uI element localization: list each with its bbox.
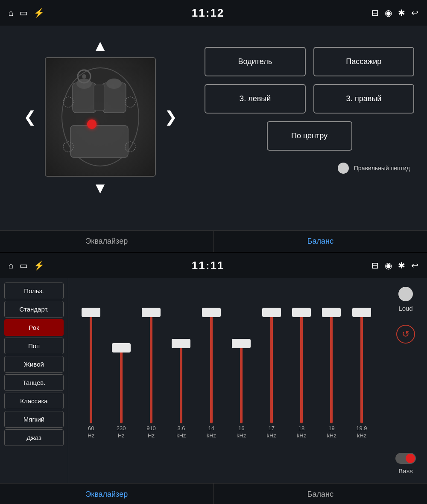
preset-item-3[interactable]: Поп bbox=[4, 338, 64, 354]
peptide-label: Правильный пептид bbox=[354, 165, 410, 172]
loud-toggle[interactable] bbox=[398, 287, 413, 301]
slider-track-4 bbox=[210, 312, 213, 423]
slider-handle-4[interactable] bbox=[202, 308, 221, 317]
slider-handle-2[interactable] bbox=[142, 308, 161, 317]
preset-item-1[interactable]: Стандарт. bbox=[4, 301, 64, 318]
back-icon[interactable]: ↩ bbox=[411, 8, 418, 18]
loud-section: Loud bbox=[398, 287, 413, 312]
preset-item-6[interactable]: Классика bbox=[4, 393, 64, 409]
tab-equalizer-bottom[interactable]: Эквалайзер bbox=[0, 484, 214, 504]
passenger-button[interactable]: Пассажир bbox=[313, 47, 414, 76]
slider-handle-1[interactable] bbox=[112, 343, 131, 353]
bass-label: Bass bbox=[398, 467, 412, 475]
bottom-status-right: ⊟ ◉ ✱ ↩ bbox=[371, 260, 418, 271]
right-arrow[interactable]: ❯ bbox=[160, 104, 181, 130]
preset-item-8[interactable]: Джаз bbox=[4, 429, 64, 446]
slider-handle-8[interactable] bbox=[322, 308, 341, 317]
eq-content: Польз.Стандарт.РокПопЖивойТанцев.Классик… bbox=[0, 278, 427, 483]
bass-toggle[interactable] bbox=[395, 453, 416, 464]
slider-col-8[interactable] bbox=[317, 287, 345, 423]
slider-col-9[interactable] bbox=[348, 287, 376, 423]
screen-icon-2[interactable]: ▭ bbox=[20, 260, 28, 271]
location-icon[interactable]: ◉ bbox=[385, 8, 392, 18]
down-arrow[interactable]: ▼ bbox=[84, 177, 117, 200]
bluetooth-icon-2[interactable]: ✱ bbox=[398, 260, 405, 271]
freq-label-0: 60Hz bbox=[77, 425, 105, 440]
up-arrow[interactable]: ▲ bbox=[84, 34, 117, 57]
sound-position-dot[interactable] bbox=[87, 119, 97, 129]
tab-equalizer-top[interactable]: Эквалайзер bbox=[0, 231, 214, 252]
cast-icon-2[interactable]: ⊟ bbox=[371, 260, 379, 271]
freq-label-9: 19.9kHz bbox=[348, 425, 376, 440]
sliders-container bbox=[73, 287, 380, 423]
slider-track-8 bbox=[330, 312, 333, 423]
slider-col-6[interactable] bbox=[257, 287, 285, 423]
location-icon-2[interactable]: ◉ bbox=[385, 260, 392, 271]
bass-toggle-row bbox=[395, 453, 416, 464]
back-icon-2[interactable]: ↩ bbox=[411, 260, 418, 271]
btn-row-2: З. левый З. правый bbox=[205, 84, 414, 114]
top-status-bar: ⌂ ▭ ⚡ 11:12 ⊟ ◉ ✱ ↩ bbox=[0, 0, 427, 26]
slider-handle-6[interactable] bbox=[262, 308, 281, 317]
slider-col-1[interactable] bbox=[107, 287, 135, 423]
usb-icon-2[interactable]: ⚡ bbox=[34, 260, 44, 271]
tab-balance-bottom[interactable]: Баланс bbox=[214, 484, 427, 504]
home-icon[interactable]: ⌂ bbox=[9, 8, 14, 18]
seat-image bbox=[45, 57, 156, 177]
preset-item-0[interactable]: Польз. bbox=[4, 283, 64, 299]
slider-col-0[interactable] bbox=[77, 287, 105, 423]
rear-left-button[interactable]: З. левый bbox=[205, 84, 305, 114]
preset-list: Польз.Стандарт.РокПопЖивойТанцев.Классик… bbox=[0, 278, 68, 483]
slider-track-5 bbox=[240, 344, 243, 423]
slider-handle-3[interactable] bbox=[172, 339, 190, 348]
rear-right-button[interactable]: З. правый bbox=[313, 84, 414, 114]
bottom-panel: ⌂ ▭ ⚡ 11:11 ⊟ ◉ ✱ ↩ Польз.Стандарт.РокПо… bbox=[0, 253, 427, 504]
cast-icon[interactable]: ⊟ bbox=[371, 8, 379, 18]
left-arrow[interactable]: ❮ bbox=[19, 104, 41, 130]
slider-col-4[interactable] bbox=[197, 287, 225, 423]
slider-track-7 bbox=[300, 312, 303, 423]
slider-col-5[interactable] bbox=[227, 287, 255, 423]
seat-image-inner bbox=[46, 58, 155, 176]
seat-svg bbox=[53, 61, 147, 172]
top-clock: 11:12 bbox=[192, 6, 225, 20]
freq-label-4: 14kHz bbox=[197, 425, 225, 440]
home-icon-2[interactable]: ⌂ bbox=[9, 261, 14, 271]
bottom-tab-bar: Эквалайзер Баланс bbox=[0, 483, 427, 504]
driver-button[interactable]: Водитель bbox=[205, 47, 305, 76]
usb-icon[interactable]: ⚡ bbox=[34, 8, 44, 18]
screen-icon[interactable]: ▭ bbox=[20, 8, 28, 18]
slider-col-7[interactable] bbox=[287, 287, 316, 423]
preset-item-5[interactable]: Танцев. bbox=[4, 374, 64, 391]
slider-col-2[interactable] bbox=[137, 287, 165, 423]
freq-label-5: 16kHz bbox=[227, 425, 255, 440]
slider-track-2 bbox=[150, 312, 152, 423]
svg-point-4 bbox=[106, 79, 122, 89]
reset-button[interactable]: ↺ bbox=[396, 325, 415, 344]
peptide-dot bbox=[338, 163, 349, 174]
freq-label-2: 910Hz bbox=[137, 425, 165, 440]
tab-balance-top[interactable]: Баланс bbox=[214, 231, 427, 252]
preset-item-2[interactable]: Рок bbox=[4, 319, 64, 336]
freq-labels: 60Hz230Hz910Hz3.6kHz14kHz16kHz17kHz18kHz… bbox=[73, 425, 380, 440]
slider-handle-0[interactable] bbox=[82, 308, 100, 317]
bass-section: Bass bbox=[395, 453, 416, 475]
slider-handle-5[interactable] bbox=[232, 339, 251, 348]
freq-label-6: 17kHz bbox=[257, 425, 285, 440]
center-btn-row: По центру bbox=[205, 121, 414, 151]
center-button[interactable]: По центру bbox=[267, 121, 352, 151]
slider-col-3[interactable] bbox=[167, 287, 195, 423]
bottom-status-left: ⌂ ▭ ⚡ bbox=[9, 260, 44, 271]
slider-handle-7[interactable] bbox=[292, 308, 311, 317]
top-status-left: ⌂ ▭ ⚡ bbox=[9, 8, 44, 18]
slider-handle-9[interactable] bbox=[352, 308, 371, 317]
preset-item-4[interactable]: Живой bbox=[4, 356, 64, 373]
top-tab-bar: Эквалайзер Баланс bbox=[0, 230, 427, 252]
freq-label-8: 19kHz bbox=[317, 425, 345, 440]
slider-track-6 bbox=[270, 312, 273, 423]
top-panel: ⌂ ▭ ⚡ 11:12 ⊟ ◉ ✱ ↩ ▲ ❮ bbox=[0, 0, 427, 252]
peptide-row: Правильный пептид bbox=[205, 163, 414, 174]
bluetooth-icon[interactable]: ✱ bbox=[398, 8, 405, 18]
preset-item-7[interactable]: Мягкий bbox=[4, 411, 64, 428]
top-main-content: ▲ ❮ bbox=[0, 26, 427, 230]
